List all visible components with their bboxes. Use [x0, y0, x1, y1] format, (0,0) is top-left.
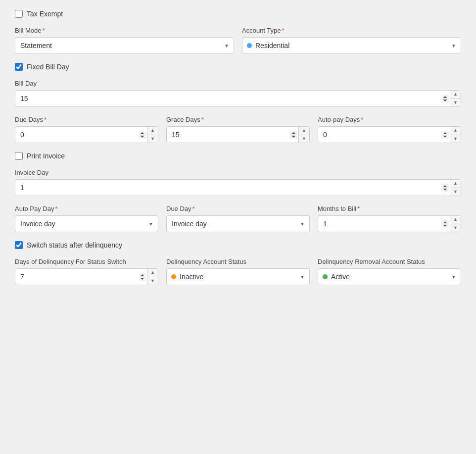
invoice-day-input[interactable] — [15, 179, 461, 196]
grace-days-down-button[interactable]: ▼ — [299, 135, 309, 143]
bill-day-group: Bill Day ▲ ▼ — [15, 80, 461, 107]
bill-mode-account-type-row: Bill Mode* Statement Invoice Both ▼ Acco… — [15, 27, 461, 54]
grace-days-label: Grace Days* — [166, 116, 310, 123]
days-of-delinquency-input[interactable] — [15, 268, 158, 285]
bill-day-up-button[interactable]: ▲ — [450, 91, 461, 99]
fixed-bill-day-label[interactable]: Fixed Bill Day — [27, 63, 69, 71]
days-of-delinquency-up-button[interactable]: ▲ — [147, 269, 158, 277]
months-to-bill-label: Months to Bill* — [318, 205, 461, 212]
delinquency-account-status-select-wrapper: Inactive Active Suspended ▼ — [166, 268, 310, 285]
due-days-up-button[interactable]: ▲ — [147, 127, 158, 135]
due-day-group: Due Day* Invoice day Due day Custom ▼ — [166, 205, 310, 232]
days-of-delinquency-down-button[interactable]: ▼ — [147, 277, 158, 285]
grace-days-spinner: ▲ ▼ — [298, 127, 309, 143]
print-invoice-label[interactable]: Print Invoice — [27, 152, 65, 160]
months-to-bill-input[interactable] — [318, 215, 461, 232]
grace-days-group: Grace Days* ▲ ▼ — [166, 116, 310, 143]
invoice-day-wrapper: ▲ ▼ — [15, 179, 461, 196]
account-type-group: Account Type* Residential Commercial ▼ — [242, 27, 461, 54]
days-of-delinquency-group: Days of Delinquency For Status Switch ▲ … — [15, 258, 158, 285]
due-days-group: Due Days* ▲ ▼ — [15, 116, 158, 143]
auto-pay-days-up-button[interactable]: ▲ — [450, 127, 461, 135]
due-days-wrapper: ▲ ▼ — [15, 126, 158, 143]
print-invoice-row: Print Invoice — [15, 152, 461, 160]
due-day-select[interactable]: Invoice day Due day Custom — [166, 215, 310, 232]
due-day-label: Due Day* — [166, 205, 310, 212]
delinquency-removal-status-select[interactable]: Active Inactive Suspended — [318, 268, 461, 285]
due-days-label: Due Days* — [15, 116, 158, 123]
invoice-day-group: Invoice Day ▲ ▼ — [15, 169, 461, 196]
auto-pay-days-spinner: ▲ ▼ — [450, 127, 461, 143]
months-to-bill-up-button[interactable]: ▲ — [450, 216, 461, 224]
account-type-select[interactable]: Residential Commercial — [242, 37, 461, 54]
months-to-bill-wrapper: ▲ ▼ — [318, 215, 461, 232]
invoice-day-up-button[interactable]: ▲ — [450, 180, 461, 188]
months-to-bill-spinner: ▲ ▼ — [450, 216, 461, 232]
tax-exempt-checkbox[interactable] — [15, 10, 23, 18]
switch-status-row: Switch status after delinquency — [15, 241, 461, 249]
days-of-delinquency-label: Days of Delinquency For Status Switch — [15, 258, 158, 265]
due-days-down-button[interactable]: ▼ — [147, 135, 158, 143]
bill-day-input[interactable] — [15, 90, 461, 107]
delinquency-removal-status-group: Delinquency Removal Account Status Activ… — [318, 258, 461, 285]
months-to-bill-down-button[interactable]: ▼ — [450, 224, 461, 232]
auto-pay-day-select-wrapper: Invoice day Due day Custom ▼ — [15, 215, 158, 232]
print-invoice-checkbox[interactable] — [15, 152, 23, 160]
bill-day-down-button[interactable]: ▼ — [450, 99, 461, 107]
delinquency-removal-status-select-wrapper: Active Inactive Suspended ▼ — [318, 268, 461, 285]
grace-days-wrapper: ▲ ▼ — [166, 126, 310, 143]
days-of-delinquency-spinner: ▲ ▼ — [147, 269, 158, 285]
grace-days-input[interactable] — [166, 126, 310, 143]
invoice-day-label: Invoice Day — [15, 169, 461, 176]
bill-mode-select-wrapper: Statement Invoice Both ▼ — [15, 37, 234, 54]
auto-pay-days-input[interactable] — [318, 126, 461, 143]
auto-pay-day-label: Auto Pay Day* — [15, 205, 158, 212]
auto-pay-days-wrapper: ▲ ▼ — [318, 126, 461, 143]
switch-status-label[interactable]: Switch status after delinquency — [27, 241, 122, 249]
invoice-day-spinner: ▲ ▼ — [450, 180, 461, 196]
billing-settings-form: Tax Exempt Bill Mode* Statement Invoice … — [15, 10, 461, 285]
auto-pay-days-label: Auto-pay Days* — [318, 116, 461, 123]
delinquency-removal-status-label: Delinquency Removal Account Status — [318, 258, 461, 265]
tax-exempt-label[interactable]: Tax Exempt — [27, 10, 63, 18]
invoice-day-row: Invoice Day ▲ ▼ — [15, 169, 461, 196]
days-of-delinquency-wrapper: ▲ ▼ — [15, 268, 158, 285]
invoice-day-down-button[interactable]: ▼ — [450, 188, 461, 196]
days-row: Due Days* ▲ ▼ Grace Days* ▲ ▼ — [15, 116, 461, 143]
due-day-select-wrapper: Invoice day Due day Custom ▼ — [166, 215, 310, 232]
tax-exempt-row: Tax Exempt — [15, 10, 461, 18]
months-to-bill-group: Months to Bill* ▲ ▼ — [318, 205, 461, 232]
delinquency-row: Days of Delinquency For Status Switch ▲ … — [15, 258, 461, 285]
fixed-bill-day-checkbox[interactable] — [15, 63, 23, 71]
bill-day-row: Bill Day ▲ ▼ — [15, 80, 461, 107]
auto-pay-days-group: Auto-pay Days* ▲ ▼ — [318, 116, 461, 143]
bill-day-wrapper: ▲ ▼ — [15, 90, 461, 107]
bill-mode-group: Bill Mode* Statement Invoice Both ▼ — [15, 27, 234, 54]
account-type-select-wrapper: Residential Commercial ▼ — [242, 37, 461, 54]
pay-due-months-row: Auto Pay Day* Invoice day Due day Custom… — [15, 205, 461, 232]
fixed-bill-day-row: Fixed Bill Day — [15, 63, 461, 71]
due-days-input[interactable] — [15, 126, 158, 143]
bill-day-label: Bill Day — [15, 80, 461, 87]
bill-day-spinner: ▲ ▼ — [450, 91, 461, 106]
delinquency-account-status-label: Delinquency Account Status — [166, 258, 310, 265]
delinquency-account-status-group: Delinquency Account Status Inactive Acti… — [166, 258, 310, 285]
grace-days-up-button[interactable]: ▲ — [299, 127, 309, 135]
auto-pay-days-down-button[interactable]: ▼ — [450, 135, 461, 143]
bill-mode-label: Bill Mode* — [15, 27, 234, 34]
switch-status-checkbox[interactable] — [15, 241, 23, 249]
auto-pay-day-group: Auto Pay Day* Invoice day Due day Custom… — [15, 205, 158, 232]
bill-mode-select[interactable]: Statement Invoice Both — [15, 37, 234, 54]
due-days-spinner: ▲ ▼ — [147, 127, 158, 143]
auto-pay-day-select[interactable]: Invoice day Due day Custom — [15, 215, 158, 232]
delinquency-account-status-select[interactable]: Inactive Active Suspended — [166, 268, 310, 285]
account-type-label: Account Type* — [242, 27, 461, 34]
